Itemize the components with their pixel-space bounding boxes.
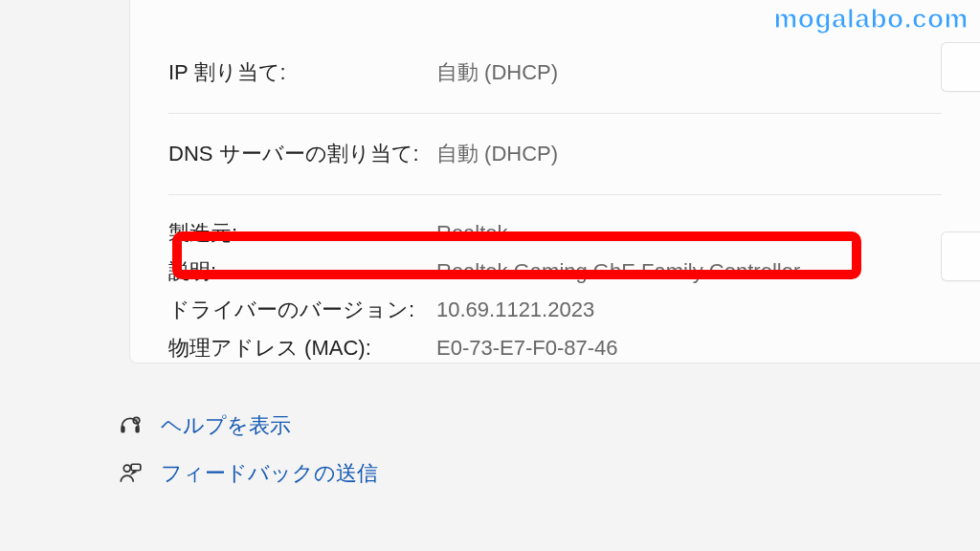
row-manufacturer: 製造元: Realtek xyxy=(130,214,980,253)
feedback-link[interactable]: フィードバックの送信 xyxy=(161,459,378,488)
value-mac: E0-73-E7-F0-87-46 xyxy=(436,336,942,361)
row-driver-version: ドライバーのバージョン: 10.69.1121.2023 xyxy=(130,291,980,329)
row-mac: 物理アドレス (MAC): E0-73-E7-F0-87-46 xyxy=(130,329,980,367)
row-dns-assignment: DNS サーバーの割り当て: 自動 (DHCP) xyxy=(130,133,980,175)
value-description: Realtek Gaming GbE Family Controller xyxy=(436,259,942,284)
row-description: 説明: Realtek Gaming GbE Family Controller xyxy=(130,253,980,291)
help-icon: ? xyxy=(117,412,144,439)
left-nav-stub xyxy=(0,0,77,551)
separator xyxy=(168,194,942,195)
svg-text:?: ? xyxy=(135,418,138,424)
label-dns-assignment: DNS サーバーの割り当て: xyxy=(168,140,436,168)
label-mac: 物理アドレス (MAC): xyxy=(168,334,436,363)
help-link[interactable]: ヘルプを表示 xyxy=(161,411,291,440)
svg-rect-1 xyxy=(135,426,139,433)
footer-links: ? ヘルプを表示 フィードバックの送信 xyxy=(117,402,378,497)
feedback-icon xyxy=(117,460,144,487)
network-details-panel: IP 割り当て: 自動 (DHCP) DNS サーバーの割り当て: 自動 (DH… xyxy=(129,0,980,364)
svg-rect-5 xyxy=(131,464,141,471)
svg-rect-0 xyxy=(121,426,124,433)
value-manufacturer: Realtek xyxy=(436,221,942,246)
label-driver-version: ドライバーのバージョン: xyxy=(168,296,436,324)
value-driver-version: 10.69.1121.2023 xyxy=(436,298,942,322)
value-ip-assignment: 自動 (DHCP) xyxy=(436,58,942,87)
label-description: 説明: xyxy=(168,257,436,286)
row-ip-assignment: IP 割り当て: 自動 (DHCP) xyxy=(130,52,980,94)
separator xyxy=(168,113,942,114)
svg-point-4 xyxy=(123,465,130,472)
label-ip-assignment: IP 割り当て: xyxy=(168,58,436,87)
label-manufacturer: 製造元: xyxy=(168,219,436,248)
value-dns-assignment: 自動 (DHCP) xyxy=(436,140,942,168)
